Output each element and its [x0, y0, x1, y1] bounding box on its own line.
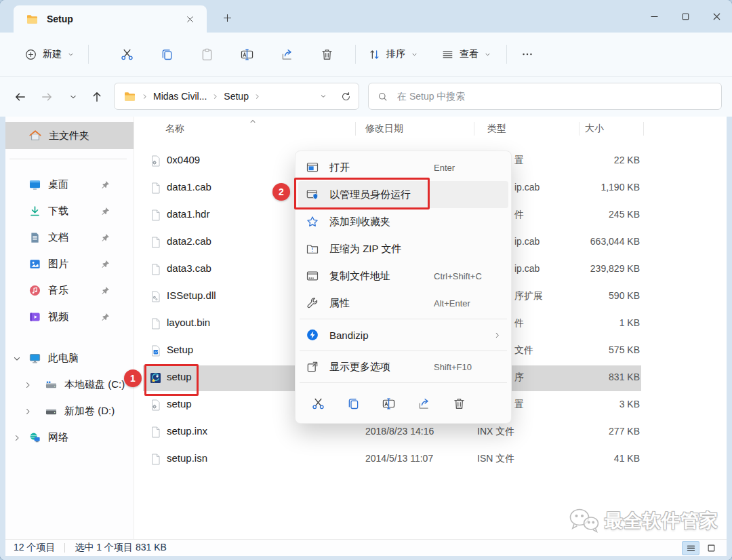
context-menu-item-show-more-options[interactable]: 显示更多选项Shift+F10: [298, 353, 508, 380]
videos-icon: [28, 311, 41, 323]
sidebar: 主文件夹 桌面下载文档图片音乐视频 此电脑本地磁盘 (C:)新加卷 (D:)网络: [5, 117, 134, 540]
context-menu-item-add-to-favorites[interactable]: 添加到收藏夹: [298, 208, 508, 235]
sidebar-item-文档[interactable]: 文档: [5, 224, 134, 251]
new-tab-button[interactable]: [218, 9, 236, 26]
cut-icon: [120, 47, 134, 62]
sidebar-item-新加卷 (D:)[interactable]: 新加卷 (D:): [5, 398, 134, 424]
sidebar-item-本地磁盘 (C:)[interactable]: 本地磁盘 (C:): [5, 372, 134, 398]
chevron-right-small: [23, 380, 33, 390]
rename-icon: [382, 397, 396, 411]
sidebar-item-桌面[interactable]: 桌面: [5, 172, 134, 198]
copy-button[interactable]: [153, 41, 180, 68]
menu-copy-button[interactable]: [338, 389, 369, 418]
dll-file-icon: [149, 290, 162, 303]
annotation-step-1: 1: [124, 369, 142, 387]
large-icons-view-button[interactable]: [702, 541, 720, 555]
file-size: 41 KB: [534, 453, 640, 464]
sidebar-item-home[interactable]: 主文件夹: [5, 122, 134, 149]
context-menu-shortcut: Enter: [434, 163, 502, 173]
share-icon: [280, 47, 294, 62]
context-menu-item-label: 压缩为 ZIP 文件: [329, 243, 401, 256]
computer-icon: [28, 352, 41, 365]
sidebar-item-label: 文档: [48, 231, 68, 244]
chevron-right-small: [12, 433, 22, 443]
column-header-date[interactable]: 修改日期: [365, 123, 403, 135]
menu-cut-button[interactable]: [302, 389, 334, 418]
sidebar-item-音乐[interactable]: 音乐: [5, 277, 134, 304]
sidebar-item-label: 视频: [48, 311, 68, 323]
column-header-type[interactable]: 类型: [487, 123, 506, 135]
context-menu-shortcut: Shift+F10: [434, 362, 502, 372]
breadcrumb-setup[interactable]: Setup: [224, 91, 249, 102]
column-header-name[interactable]: 名称: [165, 123, 184, 135]
close-icon: [711, 11, 723, 22]
delete-button[interactable]: [313, 41, 340, 68]
sidebar-item-label: 此电脑: [48, 352, 79, 365]
menu-share-button[interactable]: [408, 389, 440, 418]
sidebar-item-视频[interactable]: 视频: [5, 304, 134, 330]
breadcrumb-midas-civil[interactable]: Midas Civil...: [153, 91, 207, 102]
close-button[interactable]: [701, 0, 732, 33]
annotation-step-2: 2: [272, 183, 290, 201]
refresh-icon[interactable]: [340, 91, 352, 102]
paste-button[interactable]: [193, 41, 220, 68]
share-button[interactable]: [273, 41, 300, 68]
cut-button[interactable]: [113, 41, 140, 68]
maximize-button[interactable]: [670, 0, 701, 33]
file-icon: [149, 263, 162, 276]
sidebar-item-label: 图片: [48, 258, 68, 271]
context-menu-item-bandizip[interactable]: Bandizip: [298, 321, 508, 348]
context-menu-item-properties[interactable]: 属性Alt+Enter: [298, 289, 508, 317]
tab-setup[interactable]: Setup: [14, 5, 207, 33]
sidebar-item-网络[interactable]: 网络: [5, 424, 134, 451]
file-name: data1.cab: [167, 181, 211, 193]
column-separator: [355, 122, 356, 136]
context-menu-shortcut: Alt+Enter: [434, 298, 502, 308]
up-button[interactable]: [88, 88, 106, 106]
share-icon: [417, 397, 431, 411]
rename-button[interactable]: [233, 41, 260, 68]
search-box[interactable]: [368, 83, 722, 110]
sidebar-item-此电脑[interactable]: 此电脑: [5, 345, 134, 372]
folder-icon: [123, 90, 136, 103]
window-controls: [638, 0, 732, 33]
file-name: ISSetup.dll: [167, 289, 216, 301]
column-headers: 名称 修改日期 类型 大小: [134, 117, 727, 141]
maximize-icon: [680, 11, 691, 22]
documents-icon: [28, 231, 41, 244]
forward-button[interactable]: [38, 88, 56, 106]
search-input[interactable]: [396, 90, 713, 102]
chevron-down-icon[interactable]: [319, 92, 327, 100]
details-view-button[interactable]: [682, 541, 699, 555]
tab-close-button[interactable]: [181, 10, 199, 28]
copy-icon: [160, 47, 174, 62]
window-frame-left: [0, 117, 5, 560]
title-bar: Setup: [0, 0, 732, 33]
zip-icon: [306, 242, 319, 256]
file-icon: [149, 236, 162, 249]
menu-rename-button[interactable]: [373, 389, 405, 418]
pin-icon: [100, 233, 110, 243]
file-type: 置: [514, 399, 524, 411]
file-name: data3.cab: [167, 262, 211, 274]
sort-button-label: 排序: [386, 48, 405, 60]
minimize-button[interactable]: [638, 0, 670, 33]
file-name: layout.bin: [167, 317, 210, 328]
file-row-setup.isn[interactable]: setup.isn2014/5/13 11:07ISN 文件41 KB: [134, 446, 727, 473]
column-header-size[interactable]: 大小: [585, 123, 604, 135]
see-more-button[interactable]: [514, 41, 541, 68]
context-menu-item-copy-file-path[interactable]: 复制文件地址Ctrl+Shift+C: [298, 262, 508, 289]
sort-button[interactable]: 排序: [363, 43, 424, 66]
menu-delete-button[interactable]: [443, 389, 475, 418]
back-button[interactable]: [12, 88, 29, 106]
recent-locations-button[interactable]: [64, 88, 82, 106]
address-bar[interactable]: Midas Civil... Setup: [114, 83, 359, 110]
context-menu-item-compress-to-zip[interactable]: 压缩为 ZIP 文件: [298, 235, 508, 262]
view-button[interactable]: 查看: [436, 43, 497, 66]
file-explorer-window: Setup 新建 排序 查看: [0, 0, 732, 560]
new-button[interactable]: 新建: [18, 43, 81, 66]
file-size: 277 KB: [534, 426, 640, 437]
sidebar-item-图片[interactable]: 图片: [5, 251, 134, 277]
sidebar-item-下载[interactable]: 下载: [5, 198, 134, 224]
context-menu-item-open[interactable]: 打开Enter: [298, 154, 508, 181]
